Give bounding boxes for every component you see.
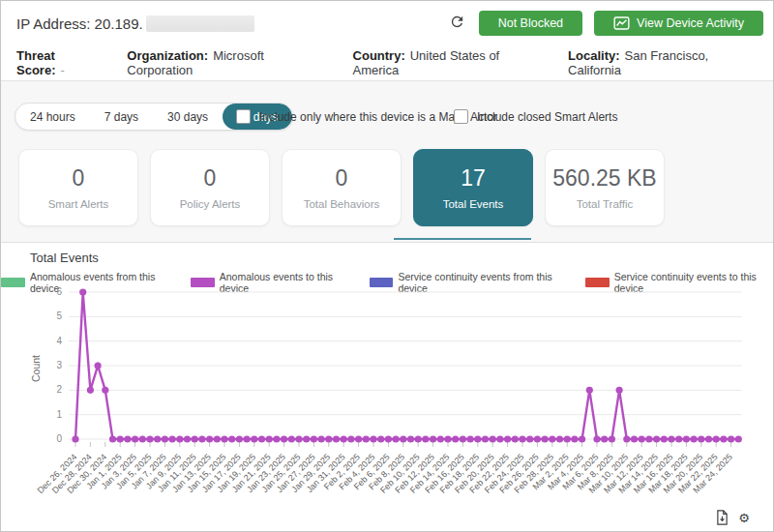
closed-alerts-label: Include closed Smart Alerts xyxy=(477,110,617,124)
total-events-line-chart: 0123456CountDec 26, 2024Dec 28, 2024Dec … xyxy=(1,243,774,532)
svg-text:5: 5 xyxy=(56,310,62,321)
smart-alerts-label: Smart Alerts xyxy=(48,198,109,210)
closed-alerts-filter: Include closed Smart Alerts xyxy=(454,109,617,124)
svg-text:3: 3 xyxy=(56,360,62,370)
total-events-label: Total Events xyxy=(443,198,504,210)
ip-address-text: IP Address: 20.189. xyxy=(16,15,143,32)
range-30-days[interactable]: 30 days xyxy=(153,103,223,130)
activity-chart-icon xyxy=(613,16,630,30)
total-behaviors-label: Total Behaviors xyxy=(304,198,380,210)
svg-text:1: 1 xyxy=(56,409,62,420)
not-blocked-button[interactable]: Not Blocked xyxy=(479,11,582,36)
range-24-hours[interactable]: 24 hours xyxy=(15,103,90,130)
svg-text:0: 0 xyxy=(56,433,62,444)
page-header: IP Address: 20.189. Not Blocked View Dev… xyxy=(16,9,763,38)
major-actor-checkbox[interactable] xyxy=(236,109,251,124)
total-traffic-value: 560.25 KB xyxy=(552,165,656,192)
locality-label: Locality: xyxy=(568,48,619,63)
total-traffic-label: Total Traffic xyxy=(577,198,634,210)
gear-icon[interactable]: ⚙ xyxy=(738,512,750,524)
page-title: IP Address: 20.189. xyxy=(16,15,254,32)
ip-redacted-blur xyxy=(146,15,254,32)
refresh-icon xyxy=(449,14,465,33)
closed-alerts-checkbox[interactable] xyxy=(454,109,468,124)
chart-toolbar: ⚙ xyxy=(716,510,750,525)
threat-score-label: Threat Score: xyxy=(16,48,55,77)
card-total-traffic[interactable]: 560.25 KB Total Traffic xyxy=(545,149,665,226)
policy-alerts-value: 0 xyxy=(204,165,217,192)
stat-cards-row: 0 Smart Alerts 0 Policy Alerts 0 Total B… xyxy=(18,149,665,226)
total-events-chart-panel: Total Events Anomalous events from this … xyxy=(1,243,774,532)
total-events-value: 17 xyxy=(461,165,486,192)
threat-score: Threat Score:- xyxy=(16,48,105,77)
country-label: Country: xyxy=(353,48,405,63)
organization: Organization:Microsoft Corporation xyxy=(127,48,331,77)
card-total-behaviors[interactable]: 0 Total Behaviors xyxy=(282,149,402,226)
refresh-button[interactable] xyxy=(447,12,467,35)
range-7-days[interactable]: 7 days xyxy=(90,103,153,130)
smart-alerts-value: 0 xyxy=(73,165,85,192)
filter-section: 24 hours 7 days 30 days 90 days Include … xyxy=(1,80,774,243)
policy-alerts-label: Policy Alerts xyxy=(180,198,241,210)
total-behaviors-value: 0 xyxy=(336,165,348,192)
locality: Locality:San Francisco, California xyxy=(568,48,763,77)
export-icon[interactable] xyxy=(716,510,729,525)
svg-text:4: 4 xyxy=(56,336,62,346)
device-info-row: Threat Score:- Organization:Microsoft Co… xyxy=(16,48,763,77)
not-blocked-label: Not Blocked xyxy=(498,16,563,30)
svg-text:Count: Count xyxy=(30,355,42,382)
svg-text:2: 2 xyxy=(56,384,62,395)
threat-score-value: - xyxy=(60,63,64,77)
card-total-events[interactable]: 17 Total Events xyxy=(413,149,533,226)
svg-text:6: 6 xyxy=(56,286,62,297)
organization-label: Organization: xyxy=(127,48,208,63)
card-policy-alerts[interactable]: 0 Policy Alerts xyxy=(150,149,270,226)
view-device-activity-label: View Device Activity xyxy=(637,16,744,30)
country: Country:United States of America xyxy=(353,48,548,77)
device-summary-page: { "colors": { "teal_accent": "#2a7484", … xyxy=(0,0,774,532)
selected-card-underline xyxy=(394,238,531,240)
card-smart-alerts[interactable]: 0 Smart Alerts xyxy=(18,149,138,226)
view-device-activity-button[interactable]: View Device Activity xyxy=(594,11,763,36)
